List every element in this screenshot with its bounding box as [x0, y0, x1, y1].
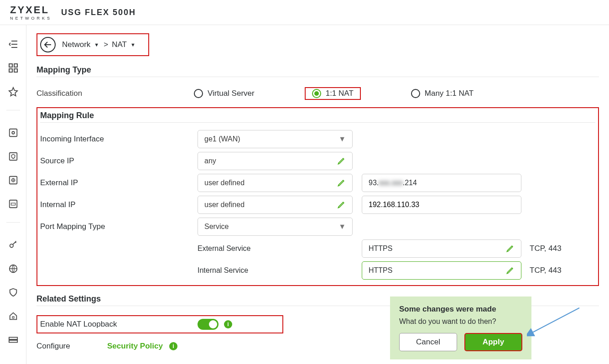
internal-ip-label: Internal IP — [40, 200, 198, 209]
svg-rect-1 — [14, 64, 17, 67]
port-mapping-label: Port Mapping Type — [40, 222, 198, 231]
internal-service-port: TCP, 443 — [530, 266, 562, 275]
svg-rect-15 — [9, 340, 17, 343]
svg-rect-2 — [9, 69, 12, 72]
incoming-interface-select[interactable]: ge1 (WAN) ▼ — [198, 130, 353, 148]
mapping-rule-title: Mapping Rule — [37, 111, 598, 120]
radio-virtual-label: Virtual Server — [208, 89, 255, 98]
svg-rect-6 — [9, 153, 17, 161]
shield-page-icon[interactable] — [8, 151, 19, 162]
incoming-interface-value: ge1 (WAN) — [204, 135, 240, 143]
app-header: ZYXEL NETWORKS USG FLEX 500H — [0, 0, 609, 25]
svg-rect-4 — [9, 129, 17, 137]
internal-ip-input[interactable] — [362, 196, 521, 214]
internal-ip-value[interactable] — [369, 201, 515, 209]
chevron-down-icon: ▼ — [338, 135, 346, 143]
external-ip-input[interactable]: 93. xxx.xxx .214 — [362, 174, 521, 192]
port-mapping-select[interactable]: Service ▼ — [198, 218, 353, 236]
svg-rect-14 — [9, 338, 17, 340]
nat-loopback-toggle[interactable] — [198, 319, 219, 330]
chevron-down-icon: ▼ — [338, 223, 346, 231]
radio-many-label: Many 1:1 NAT — [425, 89, 474, 98]
sidebar — [0, 25, 26, 364]
breadcrumb-sep: > — [104, 40, 108, 49]
popup-title: Some changes were made — [399, 305, 522, 314]
logo: ZYXEL NETWORKS — [10, 4, 52, 21]
incoming-interface-label: Incoming Interface — [40, 135, 198, 144]
svg-rect-3 — [14, 69, 17, 72]
svg-rect-0 — [9, 64, 12, 67]
breadcrumb: Network ▼ > NAT ▼ — [36, 33, 149, 56]
external-service-value: HTTPS — [369, 244, 392, 253]
classification-label: Classification — [36, 89, 194, 98]
radio-1-1-nat[interactable]: 1:1 NAT — [305, 87, 361, 100]
globe-icon[interactable] — [8, 263, 19, 274]
globe-page-icon[interactable] — [8, 175, 19, 186]
source-ip-field[interactable]: any — [198, 152, 353, 170]
lock-house-icon[interactable] — [8, 311, 19, 322]
internal-ip-mode: user defined — [204, 201, 245, 209]
shield-icon[interactable] — [8, 287, 19, 298]
cancel-button[interactable]: Cancel — [399, 333, 457, 351]
settings-page-icon[interactable] — [8, 127, 19, 138]
configure-label: Configure — [36, 342, 80, 351]
svg-rect-9 — [9, 200, 17, 208]
internal-ip-select[interactable]: user defined — [198, 196, 353, 214]
edit-icon[interactable] — [505, 266, 515, 275]
external-service-input[interactable]: HTTPS — [362, 239, 521, 258]
back-button[interactable] — [40, 37, 56, 52]
breadcrumb-network[interactable]: Network — [62, 40, 90, 49]
external-ip-label: External IP — [40, 178, 198, 187]
changes-popup: Some changes were made What do you want … — [390, 296, 531, 359]
menu-toggle-icon[interactable] — [8, 39, 19, 50]
internal-service-value: HTTPS — [369, 266, 392, 275]
radio-virtual-server[interactable]: Virtual Server — [194, 87, 255, 100]
content-area: Network ▼ > NAT ▼ Mapping Type Classific… — [26, 25, 609, 364]
nat-loopback-row: Enable NAT Loopback i — [36, 315, 283, 333]
radio-many-1-1-nat[interactable]: Many 1:1 NAT — [411, 87, 474, 100]
edit-icon[interactable] — [337, 156, 346, 166]
server-icon[interactable] — [8, 334, 19, 345]
mapping-rule-section: Mapping Rule Incoming Interface ge1 (WAN… — [36, 107, 599, 286]
internal-service-input[interactable]: HTTPS — [362, 261, 521, 280]
key-icon[interactable] — [8, 239, 19, 250]
svg-rect-13 — [12, 317, 14, 318]
external-service-port: TCP, 443 — [530, 244, 562, 253]
apply-button[interactable]: Apply — [464, 333, 522, 351]
product-name: USG FLEX 500H — [61, 8, 136, 17]
dashboard-icon[interactable] — [8, 62, 19, 73]
radio-1-1-label: 1:1 NAT — [326, 89, 354, 98]
info-icon[interactable]: i — [224, 320, 232, 328]
source-ip-label: Source IP — [40, 156, 198, 166]
external-ip-mode: user defined — [204, 179, 245, 187]
external-service-label: External Service — [198, 244, 353, 253]
vpn-page-icon[interactable] — [8, 198, 19, 209]
logo-subtext: NETWORKS — [10, 16, 52, 21]
edit-icon[interactable] — [337, 200, 346, 209]
port-mapping-value: Service — [204, 223, 229, 231]
chevron-down-icon[interactable]: ▼ — [130, 42, 135, 47]
edit-icon[interactable] — [505, 244, 515, 253]
internal-service-label: Internal Service — [198, 266, 353, 275]
source-ip-value: any — [204, 157, 216, 165]
svg-point-5 — [12, 131, 15, 134]
security-policy-link[interactable]: Security Policy — [107, 342, 163, 351]
svg-rect-10 — [11, 203, 15, 205]
nat-loopback-label: Enable NAT Loopback — [40, 320, 152, 329]
external-ip-select[interactable]: user defined — [198, 174, 353, 192]
info-icon[interactable]: i — [169, 342, 177, 350]
edit-icon[interactable] — [337, 178, 346, 187]
logo-text: ZYXEL — [10, 4, 52, 16]
chevron-down-icon[interactable]: ▼ — [94, 42, 99, 47]
svg-point-11 — [10, 244, 13, 247]
mapping-type-title: Mapping Type — [36, 65, 599, 75]
star-icon[interactable] — [8, 86, 19, 97]
popup-message: What do you want to do then? — [399, 317, 522, 326]
breadcrumb-nat[interactable]: NAT — [112, 40, 127, 49]
